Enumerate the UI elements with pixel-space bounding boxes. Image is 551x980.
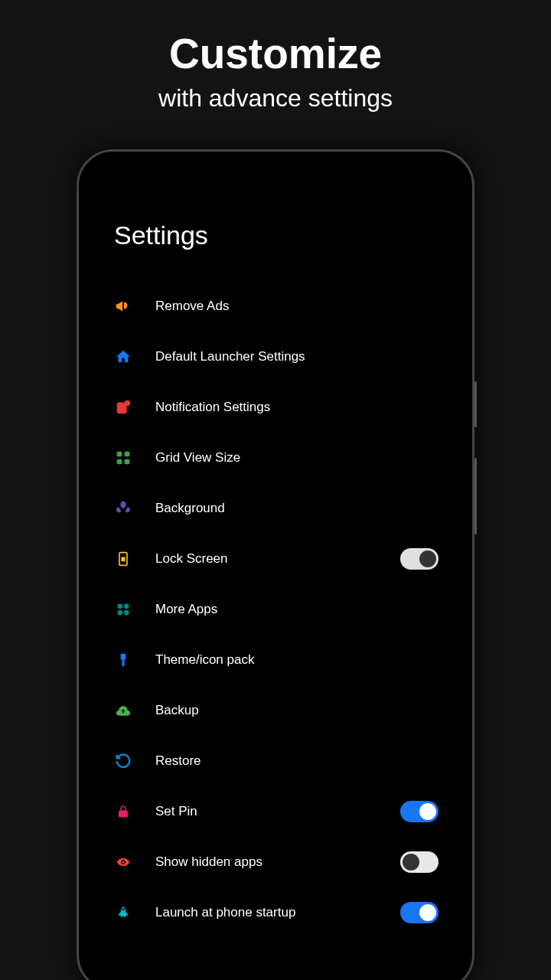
lock-icon xyxy=(112,548,134,570)
settings-item-lock-screen[interactable]: Lock Screen xyxy=(108,534,443,584)
settings-item-set-pin[interactable]: Set Pin xyxy=(108,786,443,837)
svg-rect-13 xyxy=(122,660,124,666)
lock-screen-toggle[interactable] xyxy=(400,548,439,570)
settings-item-grid-view[interactable]: Grid View Size xyxy=(108,433,443,483)
notification-icon xyxy=(112,397,134,418)
phone-screen: Settings Remove Ads Default Launcher Set… xyxy=(86,159,465,980)
megaphone-icon xyxy=(112,296,134,317)
item-label: Remove Ads xyxy=(155,299,439,314)
flower-icon xyxy=(112,498,134,519)
svg-rect-5 xyxy=(125,459,130,465)
apps-icon xyxy=(112,599,134,620)
settings-item-default-launcher[interactable]: Default Launcher Settings xyxy=(108,332,443,382)
svg-point-9 xyxy=(124,604,129,609)
show-hidden-toggle[interactable] xyxy=(400,851,439,873)
set-pin-toggle[interactable] xyxy=(400,801,439,822)
settings-item-remove-ads[interactable]: Remove Ads xyxy=(108,281,443,332)
restore-icon xyxy=(112,750,134,772)
phone-side-button xyxy=(474,381,477,427)
item-label: Background xyxy=(155,501,439,516)
svg-rect-12 xyxy=(121,654,126,660)
settings-list: Remove Ads Default Launcher Settings Not… xyxy=(108,281,443,938)
settings-item-theme[interactable]: Theme/icon pack xyxy=(108,635,443,685)
settings-item-more-apps[interactable]: More Apps xyxy=(108,584,443,635)
svg-point-11 xyxy=(124,610,129,616)
grid-icon xyxy=(112,447,134,469)
svg-point-10 xyxy=(118,610,123,616)
settings-item-backup[interactable]: Backup xyxy=(108,685,443,736)
settings-item-show-hidden[interactable]: Show hidden apps xyxy=(108,837,443,887)
item-label: Grid View Size xyxy=(155,450,439,466)
item-label: Backup xyxy=(155,703,439,718)
item-label: Lock Screen xyxy=(155,551,400,567)
home-icon xyxy=(112,346,134,368)
item-label: Set Pin xyxy=(155,804,400,819)
launch-startup-toggle[interactable] xyxy=(400,902,439,923)
cloud-up-icon xyxy=(112,700,134,721)
eye-icon xyxy=(112,851,134,873)
svg-point-1 xyxy=(125,400,130,406)
item-label: Show hidden apps xyxy=(155,854,400,870)
svg-rect-4 xyxy=(117,459,122,465)
svg-rect-7 xyxy=(122,557,124,560)
item-label: Default Launcher Settings xyxy=(155,349,439,364)
phone-side-button xyxy=(474,458,477,534)
hero-subtitle: with advance settings xyxy=(0,84,551,113)
brush-icon xyxy=(112,649,134,671)
item-label: Restore xyxy=(155,753,439,769)
svg-rect-3 xyxy=(125,452,130,457)
rocket-icon xyxy=(112,902,134,923)
settings-item-launch-startup[interactable]: Launch at phone startup xyxy=(108,887,443,938)
item-label: Notification Settings xyxy=(155,400,439,415)
settings-item-restore[interactable]: Restore xyxy=(108,736,443,786)
item-label: Theme/icon pack xyxy=(155,652,439,668)
settings-item-background[interactable]: Background xyxy=(108,483,443,534)
svg-rect-2 xyxy=(117,452,122,457)
svg-point-8 xyxy=(118,604,123,609)
hero-title: Customize xyxy=(0,0,551,78)
phone-frame: Settings Remove Ads Default Launcher Set… xyxy=(77,149,474,980)
settings-item-notification[interactable]: Notification Settings xyxy=(108,382,443,433)
pin-lock-icon xyxy=(112,801,134,822)
item-label: More Apps xyxy=(155,602,439,617)
page-title: Settings xyxy=(108,220,443,250)
item-label: Launch at phone startup xyxy=(155,905,400,920)
